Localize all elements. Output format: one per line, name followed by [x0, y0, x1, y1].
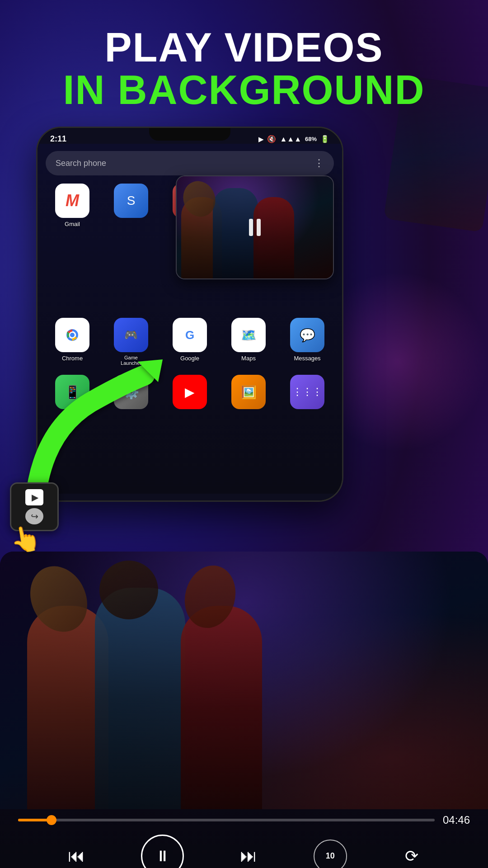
bottom-woman2 — [95, 588, 185, 809]
woman3-figure — [253, 197, 294, 278]
app-maps[interactable]: 🗺️ Maps — [222, 318, 275, 366]
messages-label: Messages — [294, 355, 320, 362]
progress-thumb[interactable] — [47, 815, 56, 825]
phone-notch — [149, 128, 230, 141]
app-messages[interactable]: 💬 Messages — [281, 318, 334, 366]
gallery-app-icon: 🖼️ — [231, 375, 266, 409]
app-gallery[interactable]: 🖼️ — [222, 375, 275, 419]
maps-label: Maps — [241, 355, 256, 362]
header-line1: PLAY VIDEOS — [18, 27, 470, 68]
google-label: Google — [180, 355, 199, 362]
bottom-player: 04:46 ⏮ ⏸ ⏭ 10 ⟳ — [0, 552, 488, 868]
player-time: 04:46 — [443, 814, 470, 826]
floating-video-content — [177, 176, 333, 278]
pause-button[interactable]: ⏸ — [141, 835, 184, 868]
wifi-icon: ▲▲▲ — [280, 135, 301, 143]
floating-video-pip[interactable] — [176, 175, 334, 279]
header-line2: IN BACKGROUND — [18, 68, 470, 113]
rotate-button[interactable]: ⟳ — [396, 840, 427, 868]
app-gmail[interactable]: M Gmail — [46, 184, 99, 227]
header-section: PLAY VIDEOS IN BACKGROUND — [0, 0, 488, 126]
replay10-button[interactable]: 10 — [314, 840, 347, 868]
battery-icon: 🔋 — [320, 135, 329, 143]
mute-icon: 🔇 — [267, 135, 276, 143]
pip-play-box: ▶ — [25, 489, 43, 505]
maps-icon: 🗺️ — [231, 318, 266, 352]
misc-app-icon: ⋮⋮⋮ — [290, 375, 324, 409]
finger-tap-icon: 👆 — [7, 522, 43, 557]
app-misc[interactable]: ⋮⋮⋮ — [281, 375, 334, 419]
replay10-label: 10 — [326, 851, 335, 861]
pause-bar-right — [257, 219, 261, 236]
app-samsung[interactable]: S — [104, 184, 158, 227]
pip-mode-button[interactable]: ↩ — [25, 508, 43, 524]
battery-text: 68% — [305, 136, 317, 142]
progress-track — [18, 819, 435, 821]
messages-icon: 💬 — [290, 318, 324, 352]
bottom-hair2 — [99, 561, 158, 619]
player-progress-bar[interactable]: 04:46 — [0, 809, 488, 831]
gmail-icon: M — [55, 184, 89, 218]
bottom-video-area — [0, 552, 488, 809]
bottom-woman3 — [181, 606, 262, 809]
pip-button-area[interactable]: ▶ ↩ 👆 — [10, 482, 59, 554]
search-placeholder-text: Search phone — [56, 159, 106, 168]
phone-search-bar[interactable]: Search phone ⋮ — [46, 151, 334, 175]
floating-pause-controls — [249, 219, 261, 236]
status-time: 2:11 — [50, 134, 66, 144]
gmail-label: Gmail — [65, 221, 80, 227]
svg-point-4 — [70, 333, 75, 337]
pause-bar-left — [249, 219, 253, 236]
search-menu-dots: ⋮ — [314, 157, 324, 169]
pip-play-triangle: ▶ — [32, 492, 38, 503]
player-controls-row: ⏮ ⏸ ⏭ 10 ⟳ — [0, 831, 488, 868]
youtube-status-icon: ▶ — [258, 136, 263, 143]
status-icons: ▶ 🔇 ▲▲▲ 68% 🔋 — [258, 135, 329, 143]
prev-button[interactable]: ⏮ — [61, 840, 92, 868]
next-button[interactable]: ⏭ — [233, 840, 264, 868]
samsung-icon: S — [114, 184, 148, 218]
